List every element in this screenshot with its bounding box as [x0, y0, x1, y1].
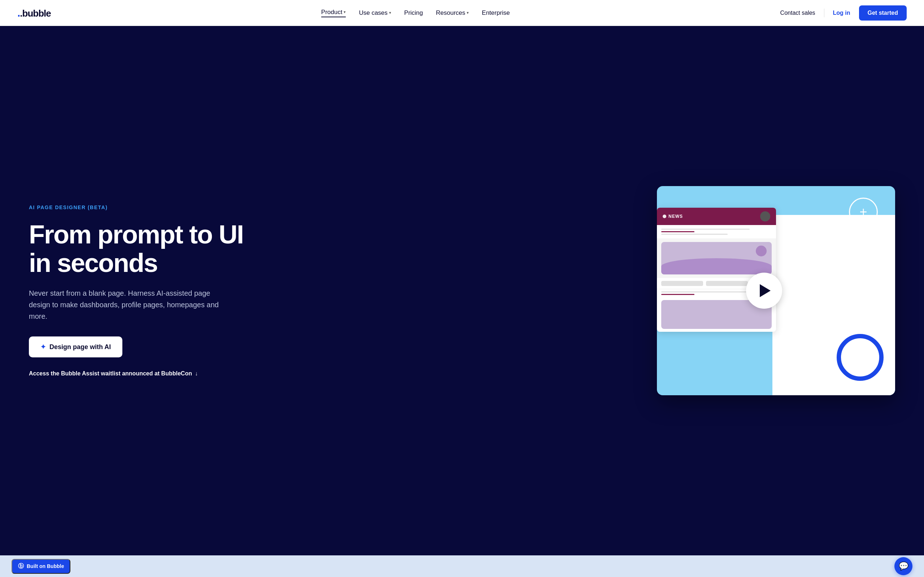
chat-icon: 💬 — [899, 561, 908, 571]
hero-subtitle: Never start from a blank page. Harness A… — [29, 287, 231, 322]
arrow-down-icon: ↓ — [195, 371, 198, 377]
mockup-card-area — [657, 239, 776, 278]
logo-text: ..bubble — [17, 7, 51, 19]
footer-bar: ⓑ Built on Bubble 💬 — [0, 555, 924, 577]
built-on-bubble-badge[interactable]: ⓑ Built on Bubble — [11, 559, 70, 574]
nav-resources[interactable]: Resources ▾ — [436, 10, 469, 16]
text-block — [661, 281, 703, 286]
mockup-line — [661, 229, 750, 230]
mockup-line — [661, 292, 750, 292]
mockup-app-title: NEWS — [669, 214, 683, 219]
play-button[interactable] — [746, 272, 782, 309]
card-wave — [661, 258, 772, 274]
bubble-icon: ⓑ — [18, 562, 24, 570]
hero-title: From prompt to UI in seconds — [29, 220, 243, 277]
header-dot-icon — [663, 214, 666, 218]
contact-sales-link[interactable]: Contact sales — [780, 10, 815, 16]
mockup-card — [661, 242, 772, 274]
mockup-lines-top — [657, 225, 776, 239]
chevron-down-icon: ▾ — [389, 10, 391, 15]
mockup-app-header: NEWS — [657, 208, 776, 225]
play-icon — [760, 284, 771, 297]
get-started-button[interactable]: Get started — [859, 5, 907, 21]
nav-divider — [824, 9, 824, 17]
nav-pricing[interactable]: Pricing — [404, 10, 423, 16]
chat-button[interactable]: 💬 — [894, 557, 913, 575]
logo[interactable]: ..bubble — [17, 7, 51, 19]
mockup-line — [661, 234, 728, 235]
avatar — [760, 211, 770, 221]
hero-content: AI PAGE DESIGNER (BETA) From prompt to U… — [29, 205, 243, 377]
nav-links: Product ▾ Use cases ▾ Pricing Resources … — [321, 9, 510, 17]
add-element-icon[interactable]: + — [849, 198, 878, 226]
nav-right: Contact sales Log in Get started — [780, 5, 907, 21]
mockup-frame: + NEWS — [657, 186, 895, 395]
navbar: ..bubble Product ▾ Use cases ▾ Pricing R… — [0, 0, 924, 26]
nav-product[interactable]: Product ▾ — [321, 9, 346, 17]
mockup-app-panel: NEWS — [657, 208, 776, 332]
card-circle — [756, 246, 767, 256]
ai-icon: ✦ — [40, 343, 46, 351]
nav-use-cases[interactable]: Use cases ▾ — [359, 10, 391, 16]
design-page-button[interactable]: ✦ Design page with AI — [29, 337, 122, 357]
chevron-down-icon: ▾ — [467, 10, 469, 15]
hero-mockup: + NEWS — [643, 186, 895, 395]
login-link[interactable]: Log in — [833, 10, 850, 16]
ring-decoration — [837, 334, 884, 381]
mockup-accent-line — [661, 294, 695, 295]
nav-enterprise[interactable]: Enterprise — [482, 10, 510, 16]
waitlist-link[interactable]: Access the Bubble Assist waitlist announ… — [29, 371, 243, 377]
hero-section: AI PAGE DESIGNER (BETA) From prompt to U… — [0, 26, 924, 555]
hero-badge: AI PAGE DESIGNER (BETA) — [29, 205, 243, 210]
text-block — [706, 281, 748, 286]
mockup-accent-line — [661, 231, 695, 232]
chevron-down-icon: ▾ — [344, 10, 346, 15]
